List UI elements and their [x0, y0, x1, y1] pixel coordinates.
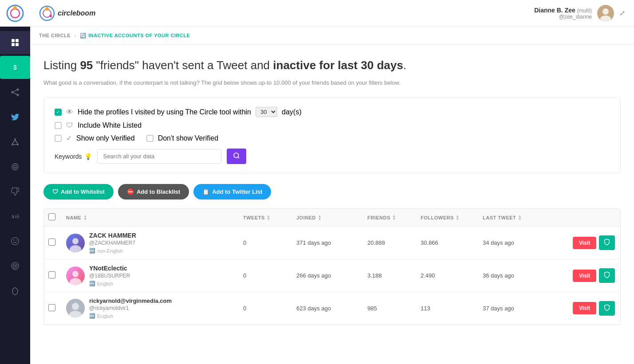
row2-visit-button[interactable]: Visit [573, 270, 596, 282]
svg-point-34 [49, 15, 52, 17]
sidebar-item-emoji[interactable] [0, 230, 30, 253]
user-name: Dianne B. Zee (multi) [534, 7, 592, 14]
header: circleboom Dianne B. Zee (multi) @zee_di… [30, 0, 634, 27]
col-actions-header [549, 213, 620, 222]
svg-point-2 [13, 6, 17, 10]
row3-checkbox[interactable] [48, 304, 55, 311]
breadcrumb-root[interactable]: THE CIRCLE [39, 33, 71, 38]
sidebar-logo [0, 0, 30, 27]
row2-friends: 3.188 [363, 272, 416, 279]
days-select[interactable]: 30 7 14 60 90 [256, 107, 277, 117]
sidebar-item-share[interactable] [0, 81, 30, 104]
user-avatar[interactable] [597, 5, 614, 22]
hide-profiles-checkbox[interactable]: ✓ [55, 109, 62, 116]
svg-point-20 [14, 165, 16, 168]
days-suffix: day(s) [282, 108, 301, 116]
row2-shield-button[interactable] [599, 268, 615, 283]
col-tweets-header[interactable]: TWEETS ▲▼ [239, 213, 292, 222]
user-info: Dianne B. Zee (multi) @zee_dianne [534, 7, 592, 20]
svg-point-44 [72, 271, 79, 277]
row3-actions: Visit [549, 301, 620, 316]
row1-friends: 20.888 [363, 239, 416, 246]
page-subtext: What good is a conversation, if the coun… [43, 78, 621, 87]
row3-avatar [66, 299, 85, 317]
row2-user: YNotEclectic @18BUSURPER 🔤 English [62, 265, 239, 286]
keywords-input[interactable] [97, 149, 221, 164]
row3-friends: 985 [363, 305, 416, 312]
row2-user-details: YNotEclectic @18BUSURPER 🔤 English [89, 265, 130, 286]
row2-tweets: 0 [239, 272, 292, 279]
followers-sort[interactable]: ▲▼ [456, 215, 460, 221]
row1-followers: 30.866 [416, 239, 478, 246]
brand-logo-icon [39, 5, 55, 21]
svg-point-28 [13, 264, 17, 268]
add-whitelist-button[interactable]: 🛡 Add to Whitelist [43, 184, 114, 200]
sidebar-item-grid[interactable] [0, 31, 30, 54]
svg-text:A: A [11, 214, 15, 219]
svg-point-9 [12, 91, 14, 94]
col-joined-header[interactable]: JOINED ▲▼ [292, 213, 363, 222]
brand-logo: circleboom [39, 5, 95, 21]
select-all-checkbox[interactable] [48, 213, 55, 220]
dont-show-verified-checkbox[interactable] [146, 135, 154, 142]
row2-lang: 🔤 English [89, 281, 130, 286]
sidebar-item-twitter[interactable] [0, 106, 30, 129]
row3-last-tweet: 37 days ago [478, 305, 549, 312]
row1-last-tweet: 34 days ago [478, 239, 549, 246]
row3-user-details: rickyarnold@virginmedia.com @rickyarnold… [89, 297, 172, 319]
add-twitter-list-button[interactable]: 📋 Add to Twitter List [193, 184, 271, 200]
row3-visit-button[interactable]: Visit [573, 302, 596, 314]
blacklist-btn-icon: ⛔ [127, 188, 134, 195]
row1-checkbox[interactable] [48, 239, 55, 246]
sidebar-item-network[interactable] [0, 130, 30, 153]
row3-lang: 🔤 English [89, 313, 172, 319]
page-heading: Listing 95 "friends" haven't sent a Twee… [43, 58, 621, 73]
svg-point-1 [11, 9, 20, 18]
svg-point-13 [14, 138, 16, 140]
sidebar-item-egg[interactable] [0, 279, 30, 302]
row1-user-details: ZACK HAMMER @ZACKHAMMER7 🔤 non-English [89, 232, 136, 254]
keywords-label: Keywords 💡 [55, 153, 92, 160]
sidebar-item-dollar[interactable]: $ [0, 56, 30, 79]
sidebar-item-target[interactable] [0, 254, 30, 278]
row3-shield-button[interactable] [599, 301, 615, 316]
brand-name: circleboom [58, 9, 95, 17]
svg-rect-6 [16, 43, 19, 46]
last-tweet-sort[interactable]: ▲▼ [518, 215, 522, 221]
include-whitelist-checkbox[interactable] [55, 122, 62, 129]
col-followers-header[interactable]: FOLLOWERS ▲▼ [416, 213, 478, 222]
sidebar-item-translate[interactable]: ARE [0, 205, 30, 228]
sidebar-item-circle[interactable] [0, 155, 30, 178]
include-whitelist-label: Include White Listed [78, 121, 142, 129]
col-friends-header[interactable]: FRIENDS ▲▼ [363, 213, 416, 222]
joined-sort[interactable]: ▲▼ [318, 215, 322, 221]
tweets-sort[interactable]: ▲▼ [267, 215, 271, 221]
show-verified-checkbox[interactable] [55, 135, 62, 142]
search-button[interactable] [227, 149, 246, 164]
row2-avatar [66, 266, 85, 285]
expand-icon[interactable]: ⤢ [619, 9, 625, 17]
row2-last-tweet: 36 days ago [478, 272, 549, 279]
add-blacklist-button[interactable]: ⛔ Add to Blacklist [118, 184, 189, 200]
col-name-header[interactable]: NAME ▲▼ [62, 213, 239, 222]
row1-visit-button[interactable]: Visit [573, 237, 596, 249]
table-header: NAME ▲▼ TWEETS ▲▼ JOINED ▲▼ FRIENDS ▲▼ F… [44, 209, 620, 227]
row1-shield-button[interactable] [599, 235, 615, 250]
filter-row-verified: ✓ Show only Verified Don't show Verified [55, 134, 610, 142]
sidebar-navigation: $ ARE [0, 31, 30, 302]
friends-sort[interactable]: ▲▼ [392, 215, 396, 221]
twitter-list-btn-icon: 📋 [202, 188, 209, 195]
breadcrumb-icon: 🔄 [80, 33, 87, 39]
row1-avatar [66, 234, 85, 252]
sidebar-item-thumbdown[interactable] [0, 180, 30, 203]
row2-lang-icon: 🔤 [89, 281, 95, 286]
header-left: circleboom [39, 5, 95, 21]
hide-profiles-label: Hide the profiles I visited by using The… [78, 108, 251, 116]
col-last-tweet-header[interactable]: LAST TWEET ▲▼ [478, 213, 549, 222]
filter-row-whitelist: 🛡 Include White Listed [55, 121, 610, 129]
col-select [44, 213, 62, 222]
row2-checkbox[interactable] [48, 271, 55, 278]
row2-followers: 2.490 [416, 272, 478, 279]
name-sort[interactable]: ▲▼ [83, 215, 87, 221]
row3-user: rickyarnold@virginmedia.com @rickyarnold… [62, 297, 239, 319]
